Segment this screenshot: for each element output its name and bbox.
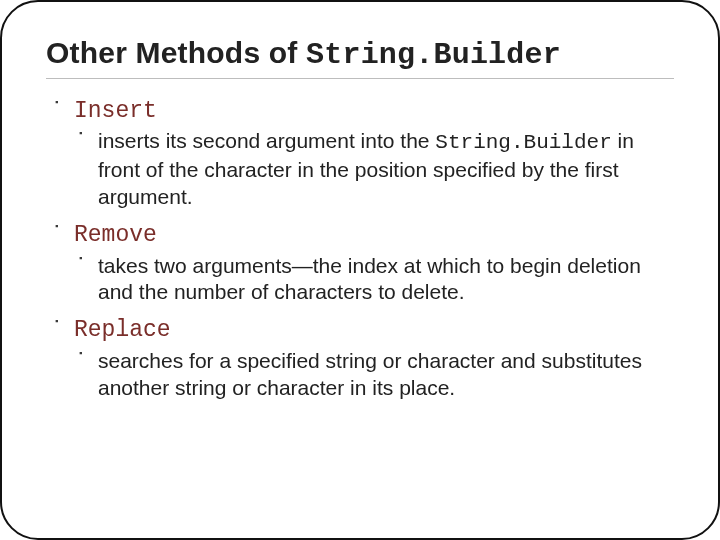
method-replace: ་Replace bbox=[52, 316, 674, 345]
desc-text: searches for a specified string or chara… bbox=[98, 348, 668, 402]
slide-title: Other Methods of String.Builder bbox=[46, 36, 674, 72]
bullet-icon: ་ bbox=[76, 348, 98, 374]
bullet-icon: ་ bbox=[76, 128, 98, 154]
desc-mono: String.Builder bbox=[435, 131, 611, 154]
desc-text: takes two arguments—the index at which t… bbox=[98, 253, 668, 307]
method-name: Remove bbox=[74, 221, 157, 250]
method-name: Insert bbox=[74, 97, 157, 126]
desc-pre: takes two arguments—the index at which t… bbox=[98, 254, 641, 304]
bullet-icon: ་ bbox=[76, 253, 98, 279]
bullet-icon: ་ bbox=[52, 221, 74, 247]
bullet-icon: ་ bbox=[52, 97, 74, 123]
title-underline bbox=[46, 78, 674, 79]
method-replace-desc: ་searches for a specified string or char… bbox=[76, 348, 674, 402]
method-insert: ་Insert bbox=[52, 97, 674, 126]
slide-frame: Other Methods of String.Builder ་Insert … bbox=[0, 0, 720, 540]
content-area: ་Insert ་inserts its second argument int… bbox=[46, 97, 674, 401]
title-prefix: Other Methods of bbox=[46, 36, 306, 69]
title-mono: String.Builder bbox=[306, 38, 561, 72]
method-remove-desc: ་takes two arguments—the index at which … bbox=[76, 253, 674, 307]
method-name: Replace bbox=[74, 316, 171, 345]
bullet-icon: ་ bbox=[52, 316, 74, 342]
method-remove: ་Remove bbox=[52, 221, 674, 250]
desc-pre: searches for a specified string or chara… bbox=[98, 349, 642, 399]
desc-pre: inserts its second argument into the bbox=[98, 129, 435, 152]
method-insert-desc: ་inserts its second argument into the St… bbox=[76, 128, 674, 211]
desc-text: inserts its second argument into the Str… bbox=[98, 128, 668, 211]
